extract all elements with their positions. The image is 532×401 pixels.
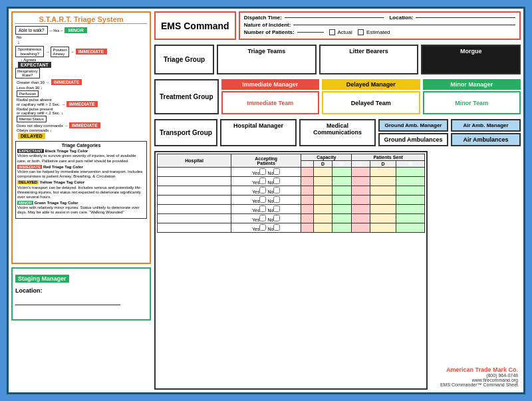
sent-d-cell[interactable] bbox=[370, 223, 396, 233]
yes-checkbox[interactable] bbox=[259, 215, 266, 221]
cap-i-cell[interactable] bbox=[301, 205, 314, 214]
cap-d-cell[interactable] bbox=[314, 223, 332, 233]
sent-i-cell[interactable] bbox=[352, 186, 370, 196]
estimated-checkbox[interactable] bbox=[358, 29, 364, 35]
cap-d-cell[interactable] bbox=[314, 186, 332, 196]
sent-i-cell[interactable] bbox=[352, 168, 370, 177]
accepting-cell: Yes No bbox=[231, 168, 301, 177]
cap-i-cell[interactable] bbox=[301, 223, 314, 233]
patients-row: Number of Patients: Actual Estimated bbox=[244, 29, 515, 35]
yes-checkbox[interactable] bbox=[259, 178, 266, 184]
hospital-name-cell[interactable] bbox=[158, 196, 231, 205]
brand-phone: (800) 964-0748 bbox=[486, 373, 518, 378]
cap-d-cell[interactable] bbox=[314, 205, 332, 214]
sent-m-cell[interactable] bbox=[396, 186, 425, 196]
sent-m-header: M bbox=[396, 161, 425, 168]
sent-d-cell[interactable] bbox=[370, 186, 396, 196]
able-to-walk-node: Able to walk? bbox=[15, 26, 48, 35]
staging-location-input[interactable] bbox=[15, 305, 120, 305]
cap-m-cell[interactable] bbox=[332, 168, 352, 177]
yes-checkbox[interactable] bbox=[259, 168, 266, 175]
actual-checkbox[interactable] bbox=[329, 29, 335, 35]
sent-m-cell[interactable] bbox=[396, 205, 425, 214]
cap-d-cell[interactable] bbox=[314, 177, 332, 186]
no-checkbox[interactable] bbox=[273, 168, 280, 175]
cap-m-cell[interactable] bbox=[332, 214, 352, 223]
delayed-team: Delayed Team bbox=[322, 91, 420, 114]
sent-i-cell[interactable] bbox=[352, 205, 370, 214]
no-checkbox[interactable] bbox=[273, 215, 280, 221]
cap-i-cell[interactable] bbox=[301, 196, 314, 205]
sent-d-cell[interactable] bbox=[370, 196, 396, 205]
yes-checkbox[interactable] bbox=[259, 205, 266, 212]
no-checkbox[interactable] bbox=[273, 224, 280, 231]
immediate-badge-1: IMMEDIATE bbox=[76, 49, 107, 55]
sent-d-cell[interactable] bbox=[370, 177, 396, 186]
cap-m-cell[interactable] bbox=[332, 177, 352, 186]
no-checkbox[interactable] bbox=[273, 178, 280, 184]
cap-i-cell[interactable] bbox=[301, 177, 314, 186]
transport-group-label: Transport Group bbox=[154, 119, 217, 146]
sent-m-cell[interactable] bbox=[396, 168, 425, 177]
cap-m-cell[interactable] bbox=[332, 186, 352, 196]
minor-cat: MINOR Green Triage Tag Color Victim with… bbox=[17, 201, 145, 215]
hospital-name-cell[interactable] bbox=[158, 214, 231, 223]
cap-i-cell[interactable] bbox=[301, 186, 314, 196]
staging-manager-box: Staging Manager Location: bbox=[11, 267, 151, 321]
sent-i-cell[interactable] bbox=[352, 196, 370, 205]
start-triage-box: S.T.A.R.T. Triage System Able to walk? —… bbox=[11, 11, 151, 264]
yes-checkbox[interactable] bbox=[259, 187, 266, 194]
cap-d-cell[interactable] bbox=[314, 168, 332, 177]
no-checkbox[interactable] bbox=[273, 187, 280, 194]
hospital-name-cell[interactable] bbox=[158, 186, 231, 196]
dispatch-time-value[interactable] bbox=[285, 17, 384, 18]
cap-i-cell[interactable] bbox=[301, 214, 314, 223]
main-layout: S.T.A.R.T. Triage System Able to walk? —… bbox=[11, 11, 521, 390]
sent-m-cell[interactable] bbox=[396, 214, 425, 223]
triage-teams-area: Triage Teams Litter Bearers Morgue bbox=[217, 45, 521, 74]
spontaneous-breathing-node: Spontaneousbreathing? bbox=[15, 46, 44, 57]
treatment-group-label: Treatment Group bbox=[154, 79, 219, 114]
patients-value[interactable] bbox=[297, 32, 324, 33]
hospital-name-cell[interactable] bbox=[158, 205, 231, 214]
sent-m-cell[interactable] bbox=[396, 177, 425, 186]
ground-amb-manager-box: Ground Amb. Manager bbox=[378, 119, 448, 132]
sent-m-cell[interactable] bbox=[396, 196, 425, 205]
minor-badge: MINOR bbox=[65, 27, 86, 33]
nature-value[interactable] bbox=[293, 25, 515, 25]
cap-d-cell[interactable] bbox=[314, 214, 332, 223]
cap-m-cell[interactable] bbox=[332, 196, 352, 205]
patients-sent-col-header: Patients Sent bbox=[352, 154, 425, 161]
table-row: Yes No bbox=[158, 196, 425, 205]
sent-i-cell[interactable] bbox=[352, 223, 370, 233]
sent-i-cell[interactable] bbox=[352, 214, 370, 223]
sent-d-cell[interactable] bbox=[370, 214, 396, 223]
minor-manager: Minor Manager bbox=[423, 79, 521, 90]
brand-website: www.firecommand.org bbox=[472, 378, 518, 382]
triage-group-label: Triage Group bbox=[154, 45, 214, 74]
brand-area: American Trade Mark Co. (800) 964-0748 w… bbox=[428, 151, 521, 390]
sent-d-cell[interactable] bbox=[370, 205, 396, 214]
nature-label: Nature of Incident: bbox=[244, 22, 291, 28]
treatment-group-row: Treatment Group Immediate Manager Immedi… bbox=[154, 79, 521, 114]
cap-i-cell[interactable] bbox=[301, 168, 314, 177]
hospital-table-area: Hospital AcceptingPatients Capacity Pati… bbox=[154, 151, 428, 390]
cap-d-cell[interactable] bbox=[314, 196, 332, 205]
sent-m-cell[interactable] bbox=[396, 223, 425, 233]
sent-d-cell[interactable] bbox=[370, 168, 396, 177]
immediate-manager: Immediate Manager bbox=[221, 79, 319, 90]
no-checkbox[interactable] bbox=[273, 196, 280, 203]
triage-cat-title: Triage Categories bbox=[17, 143, 145, 148]
cap-m-cell[interactable] bbox=[332, 223, 352, 233]
location-value[interactable] bbox=[416, 17, 515, 18]
hospital-name-cell[interactable] bbox=[158, 223, 231, 233]
sent-i-cell[interactable] bbox=[352, 177, 370, 186]
hospital-name-cell[interactable] bbox=[158, 177, 231, 186]
yes-checkbox[interactable] bbox=[259, 196, 266, 203]
nature-row: Nature of Incident: bbox=[244, 22, 515, 28]
sent-i-header: I bbox=[352, 161, 370, 168]
yes-checkbox[interactable] bbox=[259, 224, 266, 231]
no-checkbox[interactable] bbox=[273, 205, 280, 212]
cap-m-cell[interactable] bbox=[332, 205, 352, 214]
hospital-name-cell[interactable] bbox=[158, 168, 231, 177]
